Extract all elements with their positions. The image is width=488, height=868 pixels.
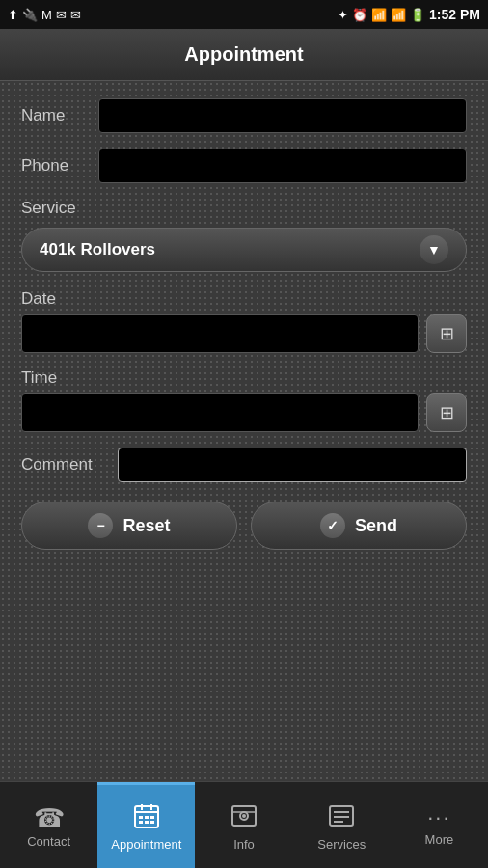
name-input[interactable] bbox=[98, 98, 467, 133]
phone-row: Phone bbox=[21, 149, 467, 183]
phone-label: Phone bbox=[21, 156, 98, 176]
clock-icon: ⊞ bbox=[440, 402, 454, 423]
time-row: Time ⊞ bbox=[21, 368, 467, 432]
time-label: Time bbox=[21, 368, 467, 388]
alarm-icon: ⏰ bbox=[352, 8, 367, 22]
reset-button[interactable]: − Reset bbox=[21, 502, 237, 550]
time-calendar-button[interactable]: ⊞ bbox=[426, 393, 467, 432]
svg-point-12 bbox=[242, 814, 246, 818]
nav-item-services[interactable]: Services bbox=[293, 782, 391, 868]
more-icon: ··· bbox=[427, 807, 450, 828]
bottom-nav: ☎ Contact Appointment bbox=[0, 781, 488, 868]
send-label: Send bbox=[355, 516, 397, 536]
phone-input[interactable] bbox=[98, 149, 467, 183]
svg-rect-9 bbox=[150, 821, 154, 824]
name-row: Name bbox=[21, 98, 467, 133]
svg-rect-5 bbox=[145, 816, 149, 819]
status-icons-right: ✦ ⏰ 📶 📶 🔋 1:52 PM bbox=[338, 7, 480, 22]
bluetooth-icon: ✦ bbox=[338, 8, 348, 22]
comment-row: Comment bbox=[21, 448, 467, 482]
status-icons-left: ⬆ 🔌 M ✉ ✉ bbox=[8, 8, 81, 22]
usb-icon: 🔌 bbox=[22, 8, 38, 22]
status-bar: ⬆ 🔌 M ✉ ✉ ✦ ⏰ 📶 📶 🔋 1:52 PM bbox=[0, 0, 488, 29]
comment-label: Comment bbox=[21, 455, 118, 475]
calendar-icon: ⊞ bbox=[440, 323, 454, 344]
page-title: Appointment bbox=[184, 43, 303, 66]
nav-item-appointment[interactable]: Appointment bbox=[97, 782, 195, 868]
chevron-down-icon: ▼ bbox=[420, 235, 448, 264]
date-input[interactable] bbox=[21, 314, 419, 353]
svg-rect-4 bbox=[139, 816, 143, 819]
msg-icon: ✉ bbox=[56, 8, 67, 22]
main-content: Name Phone Service 401k Rollovers ▼ Date… bbox=[0, 81, 488, 781]
name-label: Name bbox=[21, 106, 98, 125]
action-buttons: − Reset ✓ Send bbox=[21, 502, 467, 550]
minus-icon: − bbox=[88, 513, 113, 538]
nav-label-contact: Contact bbox=[27, 834, 70, 849]
service-label: Service bbox=[21, 199, 467, 218]
phone-icon: ☎ bbox=[34, 805, 65, 830]
nav-label-more: More bbox=[425, 832, 454, 847]
notification-icon: ⬆ bbox=[8, 8, 18, 22]
nav-item-info[interactable]: Info bbox=[195, 782, 292, 868]
checkmark-icon: ✓ bbox=[320, 513, 345, 538]
send-button[interactable]: ✓ Send bbox=[251, 502, 467, 550]
nav-label-appointment: Appointment bbox=[111, 837, 181, 852]
calendar-grid-icon bbox=[133, 802, 160, 833]
date-label: Date bbox=[21, 289, 467, 309]
battery-icon: 🔋 bbox=[410, 8, 425, 22]
comment-input[interactable] bbox=[118, 448, 467, 482]
service-dropdown[interactable]: 401k Rollovers ▼ bbox=[21, 228, 467, 272]
nav-item-more[interactable]: ··· More bbox=[391, 782, 488, 868]
reset-label: Reset bbox=[122, 516, 170, 536]
top-bar: Appointment bbox=[0, 29, 488, 81]
svg-rect-7 bbox=[139, 821, 143, 824]
wifi-icon: 📶 bbox=[371, 8, 387, 22]
status-time: 1:52 PM bbox=[429, 7, 480, 22]
date-row: Date ⊞ bbox=[21, 289, 467, 353]
nav-item-contact[interactable]: ☎ Contact bbox=[0, 782, 97, 868]
time-input[interactable] bbox=[21, 393, 419, 432]
signal-icon: 📶 bbox=[391, 8, 406, 22]
services-icon bbox=[328, 802, 355, 833]
nav-label-services: Services bbox=[317, 837, 366, 852]
service-value: 401k Rollovers bbox=[40, 240, 155, 259]
nav-label-info: Info bbox=[233, 837, 255, 852]
gmail-icon: M bbox=[41, 8, 52, 22]
svg-rect-8 bbox=[145, 821, 149, 824]
svg-rect-6 bbox=[150, 816, 154, 819]
info-icon bbox=[230, 802, 258, 833]
msg2-icon: ✉ bbox=[70, 8, 81, 22]
date-calendar-button[interactable]: ⊞ bbox=[426, 314, 467, 353]
